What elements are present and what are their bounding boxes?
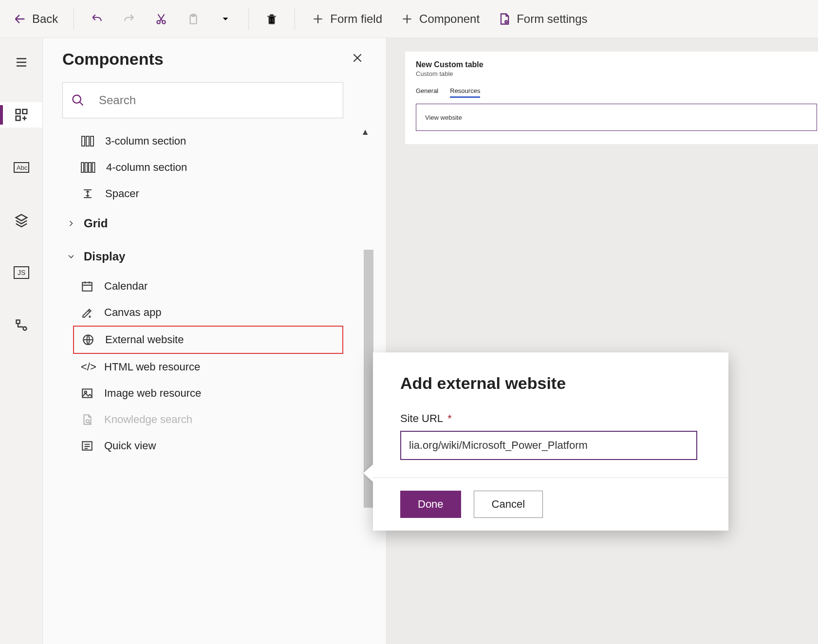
arrow-left-icon (13, 12, 27, 26)
popover-actions: Done Cancel (373, 478, 728, 531)
left-rail: Abc JS (0, 38, 43, 644)
search-input[interactable] (62, 82, 343, 118)
item-label: 4-column section (106, 161, 187, 174)
rail-layers[interactable] (0, 207, 42, 233)
svg-point-1 (163, 20, 166, 24)
search-wrap (62, 82, 343, 118)
delete-button[interactable] (258, 9, 286, 29)
form-field-label: Form field (330, 12, 382, 26)
item-spacer[interactable]: Spacer (73, 181, 343, 207)
group-display[interactable]: Display (62, 240, 343, 273)
rail-fields[interactable]: Abc (0, 155, 42, 180)
rail-js[interactable]: JS (0, 260, 42, 285)
plus-icon (400, 12, 414, 26)
group-grid[interactable]: Grid (62, 207, 343, 240)
delete-icon (264, 12, 279, 26)
redo-button[interactable] (115, 9, 143, 29)
item-label: Image web resource (104, 387, 201, 400)
scroll-up-icon[interactable]: ▲ (361, 128, 370, 137)
svg-rect-22 (82, 282, 92, 291)
svg-rect-12 (16, 320, 19, 324)
separator (248, 8, 249, 30)
back-label: Back (32, 12, 58, 26)
popover-title: Add external website (400, 374, 701, 393)
site-url-input[interactable] (400, 431, 697, 460)
components-panel: Components ▲ 3-column section 4-column s… (43, 38, 387, 644)
body: Abc JS Components ▲ 3-column secti (0, 38, 818, 644)
form-settings-label: Form settings (517, 12, 587, 26)
item-image-web-resource[interactable]: Image web resource (73, 380, 343, 406)
cancel-button[interactable]: Cancel (474, 491, 543, 518)
form-settings-button[interactable]: Form settings (490, 9, 594, 29)
item-label: Canvas app (104, 306, 161, 319)
svg-rect-24 (82, 389, 92, 397)
separator (295, 8, 295, 30)
item-html-web-resource[interactable]: </> HTML web resource (73, 354, 343, 380)
component-label: Component (419, 12, 480, 26)
item-3-column-section[interactable]: 3-column section (73, 128, 343, 154)
item-label: External website (105, 333, 184, 346)
svg-rect-7 (16, 116, 20, 121)
svg-rect-6 (22, 110, 27, 114)
close-icon[interactable] (351, 51, 364, 68)
add-component-button[interactable]: Component (393, 9, 486, 29)
form-subtitle: Custom table (416, 70, 807, 77)
undo-button[interactable] (83, 9, 111, 29)
redo-icon (122, 12, 136, 26)
svg-point-14 (73, 95, 81, 103)
back-button[interactable]: Back (6, 9, 65, 29)
item-quick-view[interactable]: Quick view (73, 433, 343, 459)
item-calendar[interactable]: Calendar (73, 273, 343, 299)
form-surface[interactable]: New Custom table Custom table General Re… (405, 52, 818, 144)
item-label: 3-column section (105, 135, 186, 147)
item-label: Quick view (104, 440, 156, 452)
panel-header: Components (62, 50, 377, 69)
svg-text:JS: JS (18, 269, 25, 276)
item-label: Calendar (104, 280, 148, 293)
panel-content: ▲ 3-column section 4-column section Spac… (62, 128, 377, 586)
svg-rect-20 (89, 163, 91, 172)
svg-rect-19 (85, 163, 88, 172)
search-icon (71, 93, 85, 107)
rail-components[interactable] (0, 102, 42, 128)
paste-dropdown-button[interactable] (211, 9, 240, 29)
svg-rect-5 (16, 110, 20, 114)
item-label: Spacer (105, 187, 139, 200)
panel-title: Components (62, 50, 164, 69)
separator (74, 8, 74, 30)
svg-point-26 (86, 420, 90, 423)
form-tabs: General Resources (416, 87, 807, 98)
section-label: View website (425, 114, 462, 121)
section-view-website[interactable]: View website (416, 104, 817, 131)
svg-rect-16 (86, 136, 89, 146)
item-label: HTML web resource (104, 361, 200, 373)
rail-tree[interactable] (0, 313, 42, 338)
tab-general[interactable]: General (416, 87, 438, 98)
done-button[interactable]: Done (400, 491, 461, 518)
site-url-label: Site URL * (400, 412, 701, 425)
plus-icon (311, 12, 325, 26)
group-label: Grid (84, 217, 108, 230)
item-4-column-section[interactable]: 4-column section (73, 154, 343, 181)
item-label: Knowledge search (104, 413, 192, 426)
item-external-website[interactable]: External website (73, 326, 343, 354)
cut-button[interactable] (147, 9, 175, 29)
tab-resources[interactable]: Resources (450, 87, 480, 98)
required-marker: * (447, 412, 452, 424)
chevron-down-icon (218, 12, 233, 26)
rail-hamburger[interactable] (0, 50, 42, 75)
add-external-website-popover: Add external website Site URL * Done Can… (373, 352, 728, 531)
paste-icon (186, 12, 201, 26)
form-canvas: New Custom table Custom table General Re… (387, 38, 818, 644)
svg-point-4 (505, 20, 507, 23)
cut-icon (154, 12, 168, 26)
form-title: New Custom table (416, 60, 807, 69)
paste-button[interactable] (179, 9, 207, 29)
svg-rect-21 (93, 163, 95, 172)
item-canvas-app[interactable]: Canvas app (73, 299, 343, 326)
svg-rect-17 (91, 136, 93, 146)
label-text: Site URL (400, 412, 443, 424)
group-label: Display (84, 250, 125, 263)
add-form-field-button[interactable]: Form field (304, 9, 389, 29)
svg-rect-18 (81, 163, 84, 172)
